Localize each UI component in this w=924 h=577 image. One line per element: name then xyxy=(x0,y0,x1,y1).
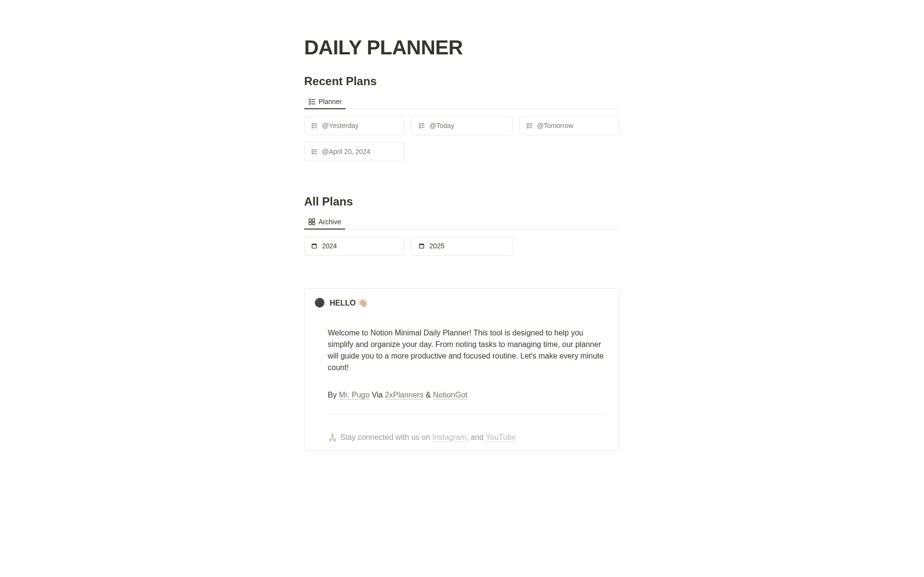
tab-archive[interactable]: Archive xyxy=(304,215,345,230)
card-label: 2024 xyxy=(322,242,337,250)
recent-cards-grid: @Yesterday @Today @Tomorrow @April 20, 2… xyxy=(304,116,620,161)
callout-title: HELLO 👋🏼 xyxy=(330,298,368,308)
svg-rect-11 xyxy=(423,243,423,244)
svg-rect-3 xyxy=(312,222,315,225)
youtube-link[interactable]: YouTube xyxy=(486,433,516,441)
card-yesterday[interactable]: @Yesterday xyxy=(304,116,405,135)
svg-rect-10 xyxy=(420,243,421,244)
circle-emoji: ⚫ xyxy=(314,297,325,308)
recent-tab-bar: Planner xyxy=(304,95,620,109)
checklist-icon xyxy=(310,148,318,155)
hello-callout: ⚫ HELLO 👋🏼 Welcome to Notion Minimal Dai… xyxy=(304,288,620,451)
card-april-20[interactable]: @April 20, 2024 xyxy=(304,142,405,161)
gallery-icon xyxy=(308,218,316,226)
svg-rect-0 xyxy=(309,219,311,221)
card-label: 2025 xyxy=(429,242,444,250)
svg-rect-2 xyxy=(309,222,311,225)
checklist-icon xyxy=(308,98,316,105)
card-label: @Tomorrow xyxy=(537,122,574,129)
recent-plans-heading: Recent Plans xyxy=(304,75,620,88)
welcome-text: Welcome to Notion Minimal Daily Planner!… xyxy=(328,327,605,373)
card-2025[interactable]: 2025 xyxy=(411,236,512,256)
checklist-icon xyxy=(310,122,318,129)
card-today[interactable]: @Today xyxy=(411,116,512,135)
calendar-icon xyxy=(310,242,318,250)
byline: By Mr. Pugo Via 2xPlanners & NotionGot xyxy=(328,391,605,399)
pray-emoji: 🙏🏼 xyxy=(328,433,337,442)
tab-planner-label: Planner xyxy=(319,98,342,105)
social-line: 🙏🏼 Stay connected with us on Instagram, … xyxy=(314,433,610,442)
all-cards-grid: 2024 2025 xyxy=(304,236,620,256)
page-title: DAILY PLANNER xyxy=(304,36,620,59)
calendar-icon xyxy=(418,242,425,250)
planners-link[interactable]: 2xPlanners xyxy=(385,391,424,399)
tab-archive-label: Archive xyxy=(319,218,341,226)
svg-rect-5 xyxy=(312,245,316,248)
checklist-icon xyxy=(418,122,425,129)
svg-rect-6 xyxy=(313,243,313,244)
card-label: @Today xyxy=(429,122,454,129)
all-tab-bar: Archive xyxy=(304,215,620,230)
card-label: @Yesterday xyxy=(322,122,359,129)
callout-header: ⚫ HELLO 👋🏼 xyxy=(314,297,610,308)
all-plans-heading: All Plans xyxy=(304,195,620,208)
author-link[interactable]: Mr. Pugo xyxy=(339,391,370,399)
card-tomorrow[interactable]: @Tomorrow xyxy=(519,116,620,135)
card-2024[interactable]: 2024 xyxy=(304,236,405,256)
checklist-icon xyxy=(526,122,533,129)
svg-rect-1 xyxy=(312,219,315,221)
instagram-link[interactable]: Instagram xyxy=(432,433,466,441)
notiongot-link[interactable]: NotionGot xyxy=(433,391,468,399)
card-label: @April 20, 2024 xyxy=(322,148,371,155)
svg-rect-9 xyxy=(420,245,424,248)
svg-rect-7 xyxy=(315,243,316,244)
divider xyxy=(328,414,605,414)
tab-planner[interactable]: Planner xyxy=(304,95,346,109)
